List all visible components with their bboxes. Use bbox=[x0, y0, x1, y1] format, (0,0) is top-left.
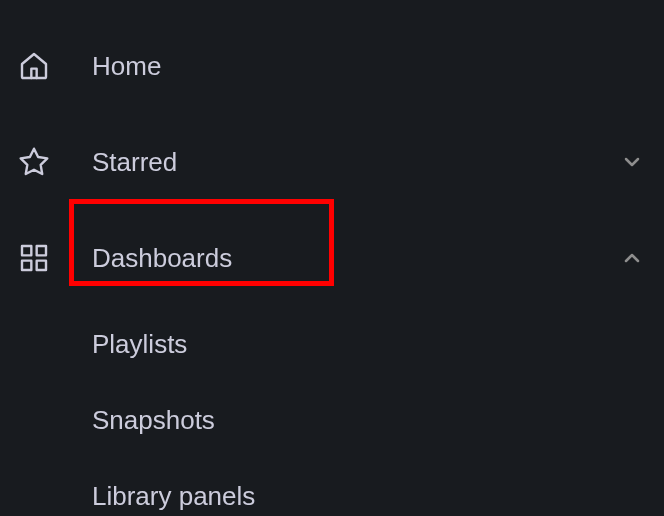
dashboard-icon bbox=[18, 242, 50, 274]
sidebar-subitem-snapshots[interactable]: Snapshots bbox=[0, 382, 664, 458]
svg-rect-4 bbox=[37, 261, 46, 270]
svg-rect-2 bbox=[37, 246, 46, 255]
star-icon bbox=[18, 146, 50, 178]
chevron-down-icon bbox=[618, 148, 646, 176]
svg-rect-1 bbox=[22, 246, 31, 255]
sidebar-item-dashboards[interactable]: Dashboards bbox=[0, 210, 664, 306]
sidebar-subitem-library-panels[interactable]: Library panels bbox=[0, 458, 664, 516]
sidebar-subitem-label: Playlists bbox=[92, 329, 187, 360]
sidebar-item-starred[interactable]: Starred bbox=[0, 114, 664, 210]
svg-marker-0 bbox=[21, 149, 48, 174]
sidebar-item-label: Dashboards bbox=[92, 243, 232, 274]
sidebar-subitem-playlists[interactable]: Playlists bbox=[0, 306, 664, 382]
sidebar: Home Starred Dashboards bbox=[0, 0, 664, 516]
home-icon bbox=[18, 50, 50, 82]
sidebar-item-home[interactable]: Home bbox=[0, 18, 664, 114]
svg-rect-3 bbox=[22, 261, 31, 270]
sidebar-item-label: Home bbox=[92, 51, 161, 82]
dashboards-subitems: Playlists Snapshots Library panels bbox=[0, 306, 664, 516]
sidebar-item-label: Starred bbox=[92, 147, 177, 178]
sidebar-subitem-label: Snapshots bbox=[92, 405, 215, 436]
sidebar-subitem-label: Library panels bbox=[92, 481, 255, 512]
chevron-up-icon bbox=[618, 244, 646, 272]
